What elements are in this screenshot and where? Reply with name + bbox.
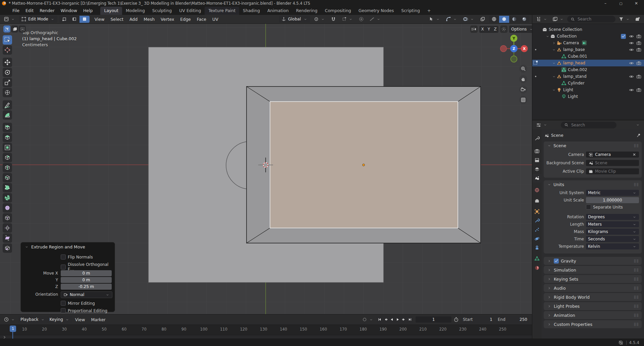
menu-window[interactable]: Window [58, 7, 80, 15]
jump-to-start-button[interactable] [377, 316, 383, 323]
prev-keyframe-button[interactable] [383, 316, 389, 323]
outliner-search-input[interactable] [577, 16, 613, 22]
snap-target-dropdown[interactable] [340, 16, 355, 22]
timeline-menu-marker[interactable]: Marker [88, 315, 109, 324]
tool-select-box[interactable] [3, 35, 12, 45]
proportional-edit-button[interactable] [357, 16, 366, 22]
tool-measure[interactable] [3, 110, 12, 120]
overlays-dropdown[interactable] [461, 16, 476, 22]
pin-icon[interactable] [636, 133, 641, 138]
next-keyframe-button[interactable] [401, 316, 407, 323]
properties-tab-scene[interactable] [532, 174, 542, 183]
tool-move[interactable] [3, 58, 12, 67]
separate-units-checkbox[interactable] [586, 205, 591, 210]
falloff-dropdown[interactable] [368, 16, 383, 22]
collapse-icon[interactable] [545, 34, 550, 39]
panel-rigid-body-world[interactable]: Rigid Body World ⣿⣿ [544, 293, 642, 301]
play-button[interactable] [395, 316, 401, 323]
camera-view-button[interactable] [519, 85, 527, 94]
select-extend-button[interactable] [11, 25, 18, 33]
viewport-menu-add[interactable]: Add [126, 15, 141, 23]
hide-toggle-eye-icon[interactable] [629, 60, 634, 66]
properties-search[interactable] [561, 122, 616, 128]
mode-dropdown[interactable]: Edit Mode [19, 16, 57, 23]
move-z-field[interactable]: -0.25 m [61, 284, 112, 290]
ortho-toggle-button[interactable] [519, 96, 527, 104]
panel-animation[interactable]: Animation ⣿⣿ [544, 311, 642, 319]
shading-wireframe-button[interactable] [489, 16, 499, 23]
gravity-checkbox[interactable] [554, 258, 559, 264]
workspace-tab-uv-editing[interactable]: UV Editing [175, 7, 205, 15]
outliner-filter-dropdown[interactable] [617, 16, 632, 22]
tool-add-cube[interactable] [3, 123, 12, 132]
collapse-icon[interactable] [551, 74, 556, 79]
tool-shrink-fatten[interactable] [3, 223, 12, 233]
gizmo-x-neg-axis[interactable] [500, 46, 507, 52]
vertex-select-button[interactable] [59, 16, 69, 23]
outliner-row-cube-001[interactable]: Cube.001 [532, 53, 644, 60]
disable-render-camera-icon[interactable] [636, 87, 641, 93]
frame-start-field[interactable]: Start1 [461, 316, 494, 323]
timeline-menu-view[interactable]: View [72, 315, 88, 324]
properties-tab-constraint[interactable] [532, 243, 542, 252]
tool-annotate[interactable] [3, 100, 12, 110]
properties-tab-world[interactable] [532, 186, 542, 194]
outliner-row-camera[interactable]: Camera [532, 40, 644, 46]
panel-grip[interactable]: ⣿⣿ [634, 286, 639, 290]
chevron-down-icon[interactable] [546, 143, 552, 148]
viewport-menu-view[interactable]: View [92, 15, 108, 23]
workspace-tab-sculpting[interactable]: Sculpting [149, 7, 175, 15]
checkbox[interactable] [61, 265, 66, 270]
select-set-button[interactable] [3, 25, 10, 33]
snap-toggle-button[interactable] [329, 16, 338, 22]
panel-grip[interactable]: ⣿⣿ [634, 268, 639, 272]
background-scene-field[interactable]: Scene [586, 160, 639, 166]
properties-tab-tool[interactable] [532, 134, 542, 143]
workspace-tab-scripting[interactable]: Scripting [397, 7, 424, 15]
tool-rip-region[interactable] [3, 243, 12, 253]
mirror-button[interactable] [470, 25, 478, 33]
outliner-row-lamp_base[interactable]: lamp_base [532, 46, 644, 53]
checkbox[interactable] [61, 308, 66, 313]
pan-button[interactable] [519, 75, 527, 83]
workspace-tab-layout[interactable]: Layout [100, 7, 122, 15]
properties-editor-type-button[interactable] [534, 122, 549, 128]
chevron-down-icon[interactable] [546, 182, 552, 187]
viewport-menu-uv[interactable]: UV [209, 15, 221, 23]
outliner-row-lamp_head[interactable]: lamp_head [532, 60, 644, 66]
workspace-tab-modeling[interactable]: Modeling [122, 7, 149, 15]
panel-grip[interactable]: ⣿⣿ [634, 295, 639, 299]
timeline-editor-type-button[interactable] [2, 316, 17, 323]
properties-tab-object[interactable] [532, 207, 542, 216]
camera-field[interactable]: Camera [586, 152, 639, 158]
mirror-y-button[interactable]: Y [486, 26, 492, 33]
tool-knife[interactable] [3, 173, 12, 182]
temperature-dropdown[interactable]: Kelvin [586, 243, 639, 249]
menu-help[interactable]: Help [80, 7, 96, 15]
gizmo-y-neg-axis[interactable] [511, 56, 517, 62]
viewport-menu-select[interactable]: Select [107, 15, 126, 23]
xray-toggle-button[interactable] [478, 16, 487, 22]
viewport-menu-face[interactable]: Face [194, 15, 209, 23]
viewport-menu-vertex[interactable]: Vertex [158, 15, 177, 23]
tool-smooth[interactable] [3, 203, 12, 213]
outliner-row-lamp_stand[interactable]: lamp_stand [532, 73, 644, 80]
tool-scale[interactable] [3, 78, 12, 87]
add-workspace-button[interactable]: + [424, 7, 434, 15]
hide-toggle-eye-icon[interactable] [629, 47, 634, 52]
move-y-field[interactable]: 0 m [61, 277, 112, 283]
tool-spin[interactable] [3, 193, 12, 203]
disable-render-camera-icon[interactable] [636, 47, 641, 52]
properties-tab-particles[interactable] [532, 225, 542, 234]
unit-system-dropdown[interactable]: Metric [586, 190, 639, 196]
menu-edit[interactable]: Edit [22, 7, 37, 15]
panel-audio[interactable]: Audio ⣿⣿ [544, 284, 642, 292]
current-frame-field[interactable]: 1 [416, 316, 451, 323]
navigation-gizmo[interactable]: Y X Z [497, 32, 531, 65]
blender-menu-icon[interactable] [3, 8, 8, 13]
tool-extrude-region[interactable] [3, 133, 12, 142]
close-button[interactable]: ✕ [629, 1, 644, 6]
outliner-display-mode-dropdown[interactable] [534, 16, 549, 22]
menu-render[interactable]: Render [37, 7, 58, 15]
select-subtract-button[interactable] [19, 25, 26, 33]
